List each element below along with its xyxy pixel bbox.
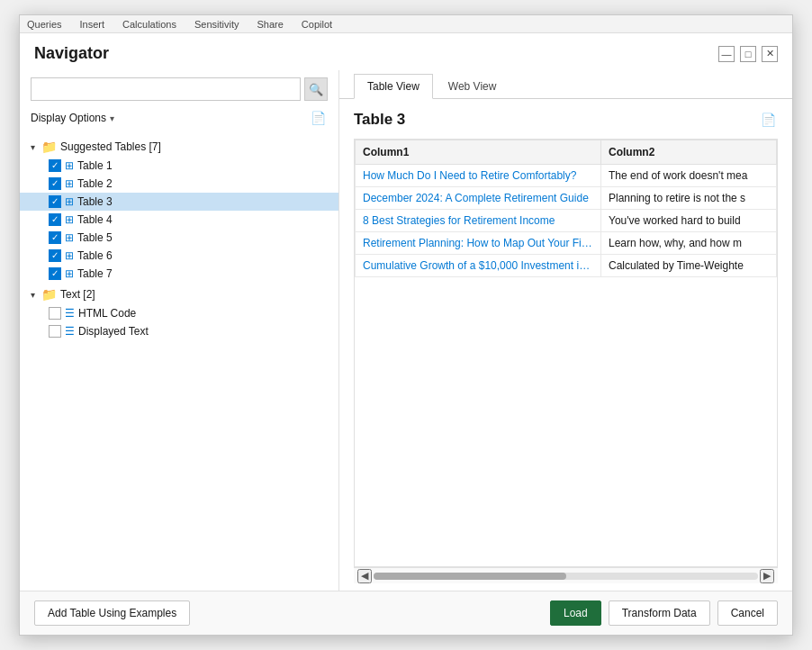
tab-sensitivity[interactable]: Sensitivity [194,19,239,30]
dialog-footer: Add Table Using Examples Load Transform … [20,591,792,635]
expand-icon-suggested: ▾ [27,142,38,152]
table-icon-2: ⊞ [65,177,74,190]
scroll-right-button[interactable]: ▶ [760,569,774,583]
footer-right: Load Transform Data Cancel [550,600,778,626]
data-table: Column1 Column2 How Much Do I Need to Re… [355,140,777,277]
chevron-down-icon: ▾ [110,113,114,123]
tree-item-html-code[interactable]: ☰ HTML Code [20,304,338,322]
scroll-track[interactable] [374,573,758,580]
tab-calculations[interactable]: Calculations [122,19,176,30]
table-cell-col2: The end of work doesn't mea [601,165,777,187]
dialog-body: 🔍 Display Options ▾ 📄 ▾ 📁 Suggested Tabl… [20,70,792,591]
tree-item-table7[interactable]: ✓ ⊞ Table 7 [20,265,338,283]
table-cell-col1: Retirement Planning: How to Map Out Your… [356,232,601,255]
tree-item-table5[interactable]: ✓ ⊞ Table 5 [20,229,338,247]
dialog-title: Navigator [34,44,109,63]
close-button[interactable]: ✕ [762,46,778,62]
display-options-bar: Display Options ▾ 📄 [20,104,338,133]
load-button[interactable]: Load [550,600,601,626]
add-table-using-examples-button[interactable]: Add Table Using Examples [34,600,190,626]
html-code-label: HTML Code [78,307,136,320]
checkbox-table7[interactable]: ✓ [49,267,61,280]
tree-item-table1[interactable]: ✓ ⊞ Table 1 [20,157,338,175]
table3-label: Table 3 [77,195,113,208]
tab-insert[interactable]: Insert [80,19,105,30]
checkbox-table5[interactable]: ✓ [49,231,61,244]
table6-label: Table 6 [77,249,113,262]
data-table-wrapper[interactable]: Column1 Column2 How Much Do I Need to Re… [354,139,778,567]
tree-container: ▾ 📁 Suggested Tables [7] ✓ ⊞ Table 1 ✓ ⊞ [20,133,338,591]
table-icon-4: ⊞ [65,213,74,226]
table-icon-7: ⊞ [65,267,74,280]
table-header-row: Column1 Column2 [356,140,777,165]
horizontal-scrollbar[interactable]: ◀ ▶ [354,567,778,583]
table-row: December 2024: A Complete Retirement Gui… [356,187,777,210]
checkbox-table4[interactable]: ✓ [49,213,61,226]
table-cell-col2: Learn how, why, and how m [601,232,777,255]
tab-copilot[interactable]: Copilot [302,19,332,30]
table-row: How Much Do I Need to Retire Comfortably… [356,165,777,187]
tree-item-table6[interactable]: ✓ ⊞ Table 6 [20,247,338,265]
navigator-dialog: Queries Insert Calculations Sensitivity … [19,14,793,636]
cancel-button[interactable]: Cancel [717,600,778,626]
checkbox-table2[interactable]: ✓ [49,177,61,190]
preview-header: Table 3 📄 [354,110,778,130]
left-panel: 🔍 Display Options ▾ 📄 ▾ 📁 Suggested Tabl… [20,70,339,591]
table2-label: Table 2 [77,177,113,190]
tree-item-table2[interactable]: ✓ ⊞ Table 2 [20,175,338,193]
displayed-text-label: Displayed Text [78,325,149,338]
preview-title: Table 3 [354,111,405,129]
tree-group-header-text[interactable]: ▾ 📁 Text [2] [20,284,338,304]
expand-icon-text: ▾ [27,290,38,300]
checkbox-table3[interactable]: ✓ [49,195,61,208]
table-cell-col1: December 2024: A Complete Retirement Gui… [356,187,601,210]
table-cell-col1: How Much Do I Need to Retire Comfortably… [356,165,601,187]
table-icon-6: ⊞ [65,249,74,262]
text-icon-html: ☰ [65,307,75,320]
dialog-titlebar: Navigator — □ ✕ [20,33,792,70]
table-cell-col1: 8 Best Strategies for Retirement Income [356,210,601,232]
checkbox-displayed-text[interactable] [49,325,61,338]
tree-item-table3[interactable]: ✓ ⊞ Table 3 [20,193,338,211]
table-icon-3: ⊞ [65,195,74,208]
table-cell-col2: Planning to retire is not the s [601,187,777,210]
scroll-thumb [374,573,566,580]
text-icon-displayed: ☰ [65,325,75,338]
tree-group-text: ▾ 📁 Text [2] ☰ HTML Code ☰ Displa [20,284,338,340]
transform-data-button[interactable]: Transform Data [609,600,710,626]
tree-item-displayed-text[interactable]: ☰ Displayed Text [20,322,338,340]
col1-header: Column1 [356,140,601,165]
checkbox-html-code[interactable] [49,307,61,320]
right-panel: Table View Web View Table 3 📄 Column1 Co… [339,70,792,591]
minimize-button[interactable]: — [718,46,735,62]
tab-table-view[interactable]: Table View [354,74,433,99]
export-icon-button[interactable]: 📄 [758,110,778,130]
maximize-button[interactable]: □ [740,46,756,62]
checkbox-table1[interactable]: ✓ [49,159,61,172]
table4-label: Table 4 [77,213,113,226]
table-cell-col2: You've worked hard to build [601,210,777,232]
dialog-controls: — □ ✕ [718,46,778,62]
checkbox-table6[interactable]: ✓ [49,249,61,262]
tab-share[interactable]: Share [257,19,284,30]
display-options-button[interactable]: Display Options ▾ [31,112,114,124]
search-bar: 🔍 [20,70,338,104]
search-input[interactable] [31,77,301,101]
preview-icon-button[interactable]: 📄 [308,108,328,128]
table-row: Cumulative Growth of a $10,000 Investmen… [356,255,777,277]
table-row: Retirement Planning: How to Map Out Your… [356,232,777,255]
tree-item-table4[interactable]: ✓ ⊞ Table 4 [20,211,338,229]
scroll-left-button[interactable]: ◀ [357,569,372,583]
tree-group-header-suggested[interactable]: ▾ 📁 Suggested Tables [7] [20,137,338,157]
display-options-label: Display Options [31,112,106,124]
folder-icon-suggested: 📁 [41,140,57,154]
tab-bar: Table View Web View [339,70,792,99]
folder-icon-text: 📁 [41,287,57,302]
table-row: 8 Best Strategies for Retirement IncomeY… [356,210,777,232]
tab-queries[interactable]: Queries [27,19,62,30]
table7-label: Table 7 [77,267,113,280]
table5-label: Table 5 [77,231,113,244]
table-cell-col2: Calculated by Time-Weighte [601,255,777,277]
search-button[interactable]: 🔍 [304,77,328,101]
tab-web-view[interactable]: Web View [435,74,510,98]
